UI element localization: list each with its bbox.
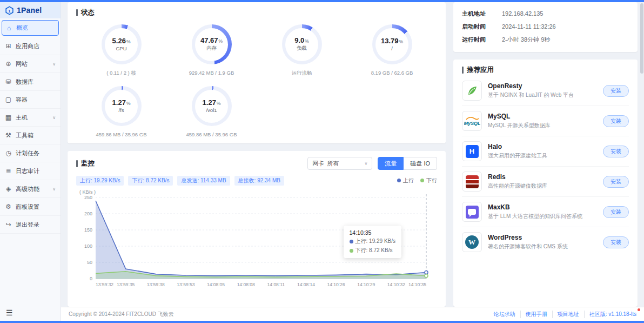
sidebar-item-website[interactable]: ⊕ 网站 ∨ bbox=[0, 55, 61, 73]
upload-rate-tag: 上行: 19.29 KB/s bbox=[76, 176, 124, 186]
gauge-label: 负载 bbox=[297, 45, 307, 52]
gauge-value: 5.26 bbox=[112, 37, 126, 45]
title-marker bbox=[76, 160, 78, 167]
sidebar-nav: ⌂ 概览 ⊞ 应用商店 ⊕ 网站 ∨ ⛁ 数据库 ▢ 容器 ▦ 主机 bbox=[0, 18, 61, 305]
gauge-sub: 运行流畅 bbox=[292, 70, 312, 77]
sidebar-item-advanced[interactable]: ◈ 高级功能 ∨ bbox=[0, 180, 61, 198]
svg-text:150: 150 bbox=[84, 227, 92, 233]
host-icon: ▦ bbox=[5, 114, 12, 121]
chart-legend: 上行 下行 bbox=[397, 177, 437, 184]
sidebar-item-overview[interactable]: ⌂ 概览 bbox=[2, 20, 59, 36]
schedule-icon: ◷ bbox=[5, 149, 12, 157]
sidebar-item-label: 应用商店 bbox=[16, 42, 39, 50]
monitor-mode-buttons: 流量 磁盘 IO bbox=[378, 157, 437, 170]
sidebar-item-toolbox[interactable]: ⚒ 工具箱 bbox=[0, 127, 61, 144]
sidebar-item-label: 网站 bbox=[16, 60, 28, 68]
svg-text:13:59:38: 13:59:38 bbox=[147, 282, 165, 287]
svg-text:14:08:08: 14:08:08 bbox=[237, 282, 255, 287]
mysql-icon: MySQL bbox=[462, 111, 482, 131]
legend-up-dot bbox=[397, 179, 401, 182]
sidebar-item-database[interactable]: ⛁ 数据库 bbox=[0, 73, 61, 91]
gauge-root-disk: 13.79% / 8.19 GB / 62.6 GB bbox=[347, 24, 437, 77]
apps-title-text: 推荐应用 bbox=[467, 65, 494, 75]
sidebar-item-cronjob[interactable]: ◷ 计划任务 bbox=[0, 144, 61, 162]
app-name: Redis bbox=[488, 173, 597, 181]
app-name: MaxKB bbox=[488, 203, 597, 211]
logout-icon: ↪ bbox=[5, 221, 12, 228]
app-row-openresty: OpenResty 基于 NGINX 和 LuaJIT 的 Web 平台 安装 bbox=[462, 76, 629, 106]
svg-text:13:59:32: 13:59:32 bbox=[96, 282, 113, 287]
scrollbar-thumb[interactable] bbox=[640, 3, 643, 74]
disk-io-button[interactable]: 磁盘 IO bbox=[404, 157, 437, 170]
install-button[interactable]: 安装 bbox=[603, 115, 629, 127]
gauge-unit: % bbox=[305, 38, 309, 44]
install-button[interactable]: 安装 bbox=[603, 176, 629, 188]
svg-text:250: 250 bbox=[84, 195, 92, 200]
install-button[interactable]: 安装 bbox=[603, 85, 629, 97]
gauge-unit: % bbox=[217, 101, 221, 106]
sidebar-item-label: 计划任务 bbox=[16, 149, 39, 157]
footer: Copyright © 2014-2024 FIT2CLOUD 飞致云 论坛求助… bbox=[61, 307, 644, 321]
app-row-halo: H Halo 强大易用的开源建站工具 安装 bbox=[462, 136, 629, 167]
host-address-row: 主机地址 192.168.42.135 bbox=[462, 7, 629, 20]
install-button[interactable]: 安装 bbox=[603, 146, 629, 157]
legend-down[interactable]: 下行 bbox=[420, 177, 437, 184]
sidebar-item-logout[interactable]: ↪ 退出登录 bbox=[0, 216, 61, 234]
svg-text:50: 50 bbox=[87, 260, 92, 265]
network-card-select[interactable]: 网卡 所有 ∨ bbox=[307, 157, 372, 170]
sidebar-item-container[interactable]: ▢ 容器 bbox=[0, 91, 61, 109]
database-icon: ⛁ bbox=[5, 78, 12, 85]
gauge-ring: 5.26% CPU bbox=[102, 24, 142, 64]
title-marker bbox=[76, 9, 78, 16]
tooltip-down-text: 下行: 8.72 KB/s bbox=[355, 247, 393, 254]
sidebar-item-appstore[interactable]: ⊞ 应用商店 bbox=[0, 37, 61, 55]
openresty-icon bbox=[462, 81, 482, 101]
info-label: 主机地址 bbox=[462, 10, 502, 18]
install-button[interactable]: 安装 bbox=[603, 206, 629, 218]
svg-text:1: 1 bbox=[8, 8, 11, 13]
app-name: MySQL bbox=[488, 113, 597, 120]
app-root: 1 1Panel ⌂ 概览 ⊞ 应用商店 ⊕ 网站 ∨ ⛁ 数据库 bbox=[0, 2, 644, 321]
sidebar-collapse-button[interactable]: ☰ bbox=[0, 305, 61, 321]
page-scrollbar[interactable] bbox=[640, 3, 643, 320]
gauge-label: 内存 bbox=[206, 45, 217, 52]
project-link[interactable]: 项目地址 bbox=[553, 311, 585, 318]
sidebar-item-logs[interactable]: ≣ 日志审计 bbox=[0, 162, 61, 180]
svg-text:100: 100 bbox=[84, 243, 92, 249]
app-desc: MySQL 开源关系型数据库 bbox=[488, 122, 597, 129]
logo[interactable]: 1 1Panel bbox=[0, 2, 61, 18]
sidebar-item-label: 数据库 bbox=[16, 78, 33, 86]
gauge-ring: 1.27% /fs bbox=[102, 86, 142, 126]
svg-text:13:59:53: 13:59:53 bbox=[177, 282, 194, 287]
install-button[interactable]: 安装 bbox=[603, 236, 629, 248]
log-icon: ≣ bbox=[5, 167, 12, 175]
info-value: 192.168.42.135 bbox=[502, 10, 543, 17]
gauge-sub: 459.86 MB / 35.96 GB bbox=[96, 131, 146, 137]
tooltip-up-text: 上行: 19.29 KB/s bbox=[355, 238, 395, 245]
traffic-chart-wrap[interactable]: 050100150200250( KB/s )13:59:3213:59:351… bbox=[76, 188, 437, 291]
gauge-label: /vol1 bbox=[206, 107, 217, 113]
app-desc: 高性能的开源键值数据库 bbox=[488, 182, 597, 190]
recommended-apps-card: 推荐应用 OpenResty 基于 NGINX 和 LuaJIT 的 Web 平… bbox=[453, 60, 638, 307]
bottom-accent-bar bbox=[0, 321, 644, 323]
tooltip-up-dot bbox=[350, 240, 353, 243]
traffic-button[interactable]: 流量 bbox=[378, 157, 404, 170]
app-desc: 基于 LLM 大语言模型的知识库问答系统 bbox=[488, 213, 597, 220]
sidebar-item-host[interactable]: ▦ 主机 ∨ bbox=[0, 109, 61, 127]
sidebar-item-label: 高级功能 bbox=[16, 185, 39, 193]
content-area: 状态 5.26% CPU ( 0.11 / 2 ) 核 bbox=[61, 2, 644, 307]
gauge-label: /fs bbox=[118, 107, 124, 113]
version-text: 社区版: v1.10.18-lts bbox=[589, 311, 636, 317]
sidebar-item-label: 概览 bbox=[16, 24, 28, 32]
sidebar-item-settings[interactable]: ⚙ 面板设置 bbox=[0, 198, 61, 216]
svg-text:14:10:35: 14:10:35 bbox=[408, 282, 426, 287]
legend-up[interactable]: 上行 bbox=[397, 177, 414, 184]
app-list: OpenResty 基于 NGINX 和 LuaJIT 的 Web 平台 安装 … bbox=[462, 76, 629, 257]
forum-help-link[interactable]: 论坛求助 bbox=[489, 311, 521, 318]
manual-link[interactable]: 使用手册 bbox=[521, 311, 553, 318]
download-rate-tag: 下行: 8.72 KB/s bbox=[128, 176, 173, 186]
gauge-unit: % bbox=[218, 38, 223, 44]
version-link[interactable]: 社区版: v1.10.18-lts bbox=[585, 311, 636, 318]
globe-icon: ⊕ bbox=[5, 60, 12, 68]
svg-text:13:59:35: 13:59:35 bbox=[117, 282, 135, 287]
